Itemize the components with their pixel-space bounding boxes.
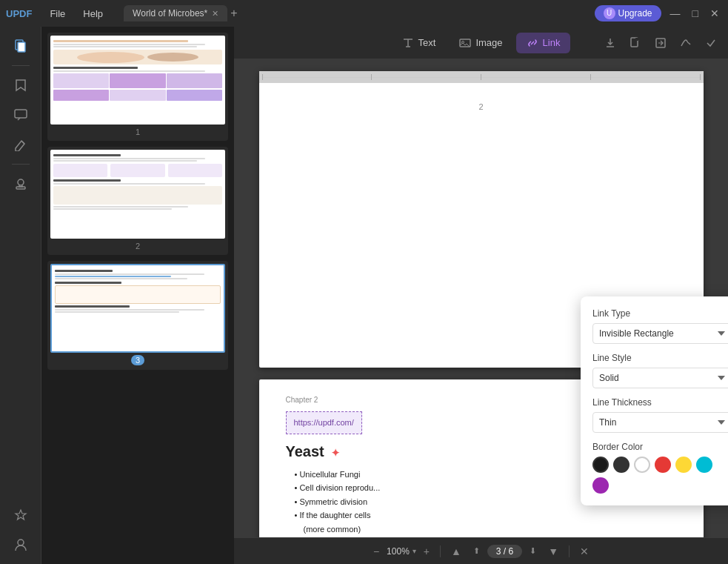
content-wrapper: 2 Chapter 2 FUNGUS https://updf.com/ [234,59,728,537]
color-swatch-yellow[interactable] [675,457,692,473]
user-icon [15,538,27,551]
yeast-title: Yeast ✦ [286,440,532,462]
menu-file[interactable]: File [41,5,74,22]
menu-help[interactable]: Help [74,5,112,22]
comment-icon [14,109,27,121]
page-indicator: 3 / 6 [487,545,522,558]
tab-bar: World of Microbes* ✕ + [124,5,588,21]
scroll-bottom-button[interactable]: ⬇ [525,543,541,559]
pdf-page-2-content: 2 [259,83,704,131]
star-icon [14,508,27,522]
close-bar-button[interactable]: ✕ [575,543,593,560]
line-thickness-select[interactable]: Thin Medium Thick [592,412,728,433]
page-num-1: 1 [50,125,225,138]
download-icon-button[interactable] [599,32,621,54]
text-tool-label: Text [418,37,436,48]
image-tool-button[interactable]: Image [449,33,512,53]
stamp-icon [14,177,27,190]
svg-point-5 [18,540,24,545]
check-icon [705,37,717,49]
separator-1 [440,545,441,557]
sidebar-bottom [7,502,34,558]
upgrade-label: Upgrade [618,8,652,19]
bullet-2: • Cell division reprodu... [295,482,532,494]
link-tool-button[interactable]: Link [516,33,571,53]
upgrade-avatar: U [604,7,615,19]
page-num-2: 2 [50,239,225,252]
svg-rect-9 [635,38,638,41]
right-area: Text Image Link [234,27,728,564]
line-style-select[interactable]: Solid Dashed [592,368,728,388]
sidebar-divider-2 [12,164,30,165]
link-url-text: https://updf.com/ [294,418,354,427]
sidebar-icon-edit[interactable] [7,131,34,158]
sign-icon [680,37,692,49]
extract-icon-button[interactable] [649,32,672,54]
sidebar-divider-1 [12,65,30,66]
line-style-label: Line Style [592,353,728,363]
pdf-icon [630,37,641,49]
text-tool-button[interactable]: Text [392,33,447,53]
zoom-display: 100% ▾ [387,546,416,557]
color-swatch-black[interactable] [613,457,630,473]
link-type-label: Link Type [592,308,728,319]
chapter-label: Chapter 2 [286,394,318,405]
scroll-up-button[interactable]: ▲ [447,543,466,560]
upgrade-button[interactable]: U Upgrade [595,5,661,21]
toolbar-right-icons [599,32,722,54]
scroll-down-button[interactable]: ▼ [544,543,563,560]
bottom-bar: − 100% ▾ + ▲ ⬆ 3 / 6 ⬇ ▼ ✕ [234,537,728,564]
check-icon-button[interactable] [700,32,722,54]
download-icon [604,37,616,49]
color-swatch-purple[interactable] [592,477,609,494]
color-swatch-dark[interactable] [592,457,609,473]
image-tool-label: Image [475,37,502,48]
color-swatch-cyan[interactable] [696,457,712,473]
sidebar-icon-bookmark[interactable] [7,72,34,99]
svg-rect-2 [15,110,27,118]
scroll-top-button[interactable]: ⬆ [469,543,484,559]
maximize-button[interactable]: □ [689,6,701,21]
page-3-left-column: Yeast ✦ • Unicellular Fungi • Cell divis… [286,440,532,538]
color-swatch-white[interactable] [634,457,650,473]
zoom-out-button[interactable]: − [369,543,384,560]
svg-point-3 [18,179,24,185]
color-swatch-red[interactable] [655,457,671,473]
extract-icon [655,37,667,49]
link-url-placeholder[interactable]: https://updf.com/ [286,411,362,434]
link-type-select[interactable]: Invisible Rectangle Visible Rectangle [592,323,728,344]
toolbar: Text Image Link [234,27,728,59]
page-indicator-text: 3 / 6 [496,546,513,557]
sidebar-icon-pages[interactable] [7,33,34,59]
color-swatches [592,457,728,494]
page-ruler-2 [259,71,704,83]
sidebar-icon-comment[interactable] [7,102,34,128]
window-controls: — □ ✕ [667,6,722,21]
add-tab-button[interactable]: + [230,7,237,20]
pdf-convert-icon-button[interactable] [624,32,647,54]
tab-label: World of Microbes* [133,8,207,19]
page-thumbnail-2[interactable]: 2 [47,147,228,255]
page-preview-1 [50,36,225,125]
zoom-in-button[interactable]: + [419,543,434,560]
svg-rect-1 [18,42,25,52]
bullet-1: • Unicellular Fungi [295,468,532,481]
border-color-label: Border Color [592,442,728,452]
app-logo: UPDF [6,8,32,19]
sidebar-icon-user[interactable] [7,531,34,558]
minimize-button[interactable]: — [667,6,684,21]
zoom-dropdown-icon[interactable]: ▾ [413,547,416,555]
page-preview-2 [50,150,225,239]
page-thumbnail-1[interactable]: 1 [47,33,228,141]
page-thumbnail-3[interactable]: 3 [47,261,228,370]
page-num-3: 3 [50,353,225,367]
current-tab[interactable]: World of Microbes* ✕ [124,5,227,21]
sign-icon-button[interactable] [675,32,697,54]
tab-close-icon[interactable]: ✕ [212,9,218,19]
bullet-4-cont: (more common) [304,523,532,536]
sidebar-icon-stamp[interactable] [7,170,34,197]
link-tool-label: Link [543,37,561,48]
sidebar-icon-star[interactable] [7,502,34,528]
close-button[interactable]: ✕ [707,6,722,21]
bullet-list: • Unicellular Fungi • Cell division repr… [295,468,532,536]
